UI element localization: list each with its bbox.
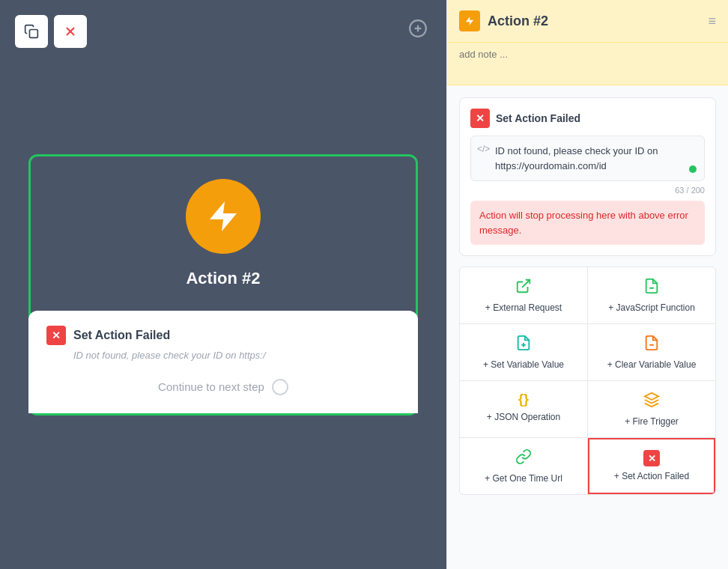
- note-area: [447, 43, 728, 85]
- actions-grid: + External Request + JavaScript Function: [459, 267, 716, 495]
- continue-radio[interactable]: [272, 379, 288, 395]
- action-card-title: Action #2: [186, 269, 260, 288]
- lightning-circle: [186, 179, 261, 254]
- note-input[interactable]: [459, 49, 716, 71]
- right-panel: Action #2 ≡ ✕ Set Action Failed </> ID n…: [446, 0, 728, 569]
- action-get-one-time-url[interactable]: + Get One Time Url: [460, 438, 587, 494]
- clear-variable-label: + Clear Variable Value: [607, 359, 697, 370]
- id-not-found-text: ID not found, please check your ID on ht…: [73, 350, 400, 361]
- green-dot-indicator: [689, 165, 697, 173]
- code-block: </> ID not found, please check your ID o…: [470, 136, 705, 181]
- set-action-failed-card-label: Set Action Failed: [73, 329, 170, 342]
- action-clear-variable-value[interactable]: + Clear Variable Value: [588, 324, 715, 380]
- section-header: ✕ Set Action Failed: [470, 109, 705, 128]
- red-x-badge: ✕: [46, 326, 66, 345]
- action-set-action-failed[interactable]: ✕ + Set Action Failed: [588, 438, 715, 494]
- set-variable-icon: [515, 335, 532, 355]
- copy-button[interactable]: [15, 15, 48, 48]
- external-request-icon: [515, 278, 532, 298]
- right-header: Action #2 ≡: [447, 0, 728, 43]
- get-one-time-url-icon: [515, 448, 532, 469]
- fire-trigger-label: + Fire Trigger: [625, 416, 679, 427]
- add-button[interactable]: [404, 15, 431, 42]
- action-external-request[interactable]: + External Request: [460, 267, 587, 323]
- set-action-failed-row: ✕ Set Action Failed: [46, 326, 400, 345]
- code-text: ID not found, please check your ID on ht…: [495, 144, 695, 173]
- left-panel: Action #2 ✕ Set Action Failed ID not fou…: [0, 0, 446, 569]
- right-header-left: Action #2: [459, 10, 548, 31]
- action-fire-trigger[interactable]: + Fire Trigger: [588, 381, 715, 437]
- set-action-failed-grid-label: + Set Action Failed: [614, 471, 689, 481]
- menu-icon[interactable]: ≡: [708, 13, 716, 29]
- delete-button[interactable]: [54, 15, 87, 48]
- external-request-label: + External Request: [485, 302, 562, 313]
- svg-rect-0: [30, 30, 38, 38]
- header-lightning-icon: [459, 10, 480, 31]
- section-title: Set Action Failed: [496, 112, 580, 124]
- right-content: ✕ Set Action Failed </> ID not found, pl…: [447, 85, 728, 569]
- set-action-section: ✕ Set Action Failed </> ID not found, pl…: [459, 97, 716, 256]
- code-icon: </>: [477, 144, 490, 154]
- section-red-x-badge: ✕: [470, 109, 490, 128]
- fire-trigger-icon: [643, 392, 660, 412]
- set-action-failed-grid-icon: ✕: [643, 450, 660, 466]
- right-header-title: Action #2: [488, 13, 548, 29]
- action-json-operation[interactable]: {} + JSON Operation: [460, 381, 587, 437]
- action-javascript-function[interactable]: + JavaScript Function: [588, 267, 715, 323]
- action-bottom-card: ✕ Set Action Failed ID not found, please…: [28, 311, 418, 413]
- javascript-function-label: + JavaScript Function: [608, 302, 695, 313]
- get-one-time-url-label: + Get One Time Url: [485, 473, 562, 484]
- json-operation-icon: {}: [518, 392, 529, 407]
- error-notice: Action will stop processing here with ab…: [470, 201, 705, 245]
- set-variable-label: + Set Variable Value: [483, 359, 564, 370]
- svg-marker-7: [466, 16, 474, 25]
- continue-label: Continue to next step: [158, 380, 264, 393]
- svg-marker-6: [210, 201, 237, 231]
- continue-row: Continue to next step: [46, 373, 400, 398]
- action-set-variable-value[interactable]: + Set Variable Value: [460, 324, 587, 380]
- top-buttons: [15, 15, 87, 48]
- char-count: 63 / 200: [470, 186, 705, 195]
- action-card: Action #2 ✕ Set Action Failed ID not fou…: [28, 154, 418, 416]
- javascript-function-icon: [643, 278, 660, 298]
- svg-line-8: [522, 280, 530, 287]
- json-operation-label: + JSON Operation: [487, 412, 560, 422]
- clear-variable-icon: [643, 335, 660, 355]
